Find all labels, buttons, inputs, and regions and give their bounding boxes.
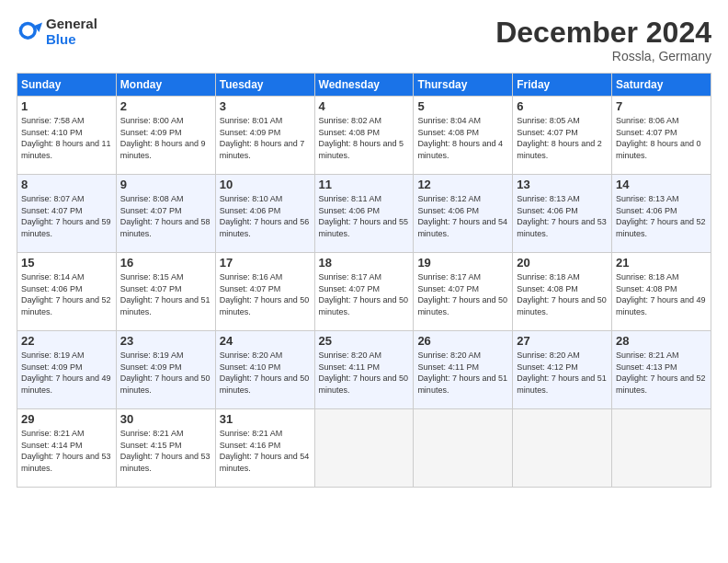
day-number: 30	[120, 412, 211, 426]
day-info: Sunrise: 8:00 AMSunset: 4:09 PMDaylight:…	[120, 115, 211, 161]
day-info: Sunrise: 8:20 AMSunset: 4:11 PMDaylight:…	[319, 350, 410, 396]
day-number: 23	[120, 334, 211, 348]
calendar-cell: 29Sunrise: 8:21 AMSunset: 4:14 PMDayligh…	[17, 409, 117, 488]
day-number: 11	[319, 178, 410, 191]
day-info: Sunrise: 8:04 AMSunset: 4:08 PMDaylight:…	[417, 115, 508, 161]
day-info: Sunrise: 8:12 AMSunset: 4:06 PMDaylight:…	[417, 193, 508, 239]
day-info: Sunrise: 8:20 AMSunset: 4:11 PMDaylight:…	[417, 350, 508, 396]
svg-point-1	[22, 25, 33, 36]
calendar-cell: 13Sunrise: 8:13 AMSunset: 4:06 PMDayligh…	[513, 175, 612, 253]
day-info: Sunrise: 8:17 AMSunset: 4:07 PMDaylight:…	[417, 271, 508, 317]
day-number: 25	[319, 334, 410, 348]
title-block: December 2024 Rossla, Germany	[495, 17, 711, 63]
logo: General Blue	[17, 17, 97, 47]
calendar-cell: 2Sunrise: 8:00 AMSunset: 4:09 PMDaylight…	[116, 97, 215, 175]
calendar-cell: 21Sunrise: 8:18 AMSunset: 4:08 PMDayligh…	[612, 253, 711, 331]
day-info: Sunrise: 7:58 AMSunset: 4:10 PMDaylight:…	[21, 115, 112, 161]
day-number: 16	[120, 256, 211, 270]
calendar-cell: 3Sunrise: 8:01 AMSunset: 4:09 PMDaylight…	[215, 97, 314, 175]
calendar-cell: 27Sunrise: 8:20 AMSunset: 4:12 PMDayligh…	[513, 331, 612, 409]
calendar-cell: 31Sunrise: 8:21 AMSunset: 4:16 PMDayligh…	[215, 409, 314, 488]
day-number: 19	[417, 256, 508, 270]
day-info: Sunrise: 8:21 AMSunset: 4:16 PMDaylight:…	[220, 428, 311, 474]
col-tuesday: Tuesday	[215, 74, 314, 97]
logo-text: General Blue	[46, 17, 97, 47]
col-friday: Friday	[513, 74, 612, 97]
day-number: 2	[120, 99, 211, 113]
header-row: Sunday Monday Tuesday Wednesday Thursday…	[17, 74, 711, 97]
calendar-week-row: 29Sunrise: 8:21 AMSunset: 4:14 PMDayligh…	[17, 409, 711, 488]
col-wednesday: Wednesday	[314, 74, 414, 97]
calendar-cell: 4Sunrise: 8:02 AMSunset: 4:08 PMDaylight…	[314, 97, 414, 175]
day-number: 29	[21, 412, 112, 426]
day-number: 5	[417, 99, 508, 113]
day-number: 26	[417, 334, 508, 348]
day-info: Sunrise: 8:19 AMSunset: 4:09 PMDaylight:…	[21, 350, 112, 396]
day-info: Sunrise: 8:05 AMSunset: 4:07 PMDaylight:…	[517, 115, 608, 161]
day-number: 15	[21, 256, 112, 270]
day-info: Sunrise: 8:02 AMSunset: 4:08 PMDaylight:…	[319, 115, 410, 161]
calendar-week-row: 22Sunrise: 8:19 AMSunset: 4:09 PMDayligh…	[17, 331, 711, 409]
day-number: 9	[120, 178, 211, 191]
calendar-cell: 23Sunrise: 8:19 AMSunset: 4:09 PMDayligh…	[116, 331, 215, 409]
day-info: Sunrise: 8:01 AMSunset: 4:09 PMDaylight:…	[220, 115, 311, 161]
calendar-cell: 17Sunrise: 8:16 AMSunset: 4:07 PMDayligh…	[215, 253, 314, 331]
calendar-cell: 25Sunrise: 8:20 AMSunset: 4:11 PMDayligh…	[314, 331, 414, 409]
calendar-cell: 22Sunrise: 8:19 AMSunset: 4:09 PMDayligh…	[17, 331, 117, 409]
day-info: Sunrise: 8:21 AMSunset: 4:14 PMDaylight:…	[21, 428, 112, 474]
col-saturday: Saturday	[612, 74, 711, 97]
calendar-week-row: 1Sunrise: 7:58 AMSunset: 4:10 PMDaylight…	[17, 97, 711, 175]
day-info: Sunrise: 8:20 AMSunset: 4:12 PMDaylight:…	[517, 350, 608, 396]
day-number: 6	[517, 99, 608, 113]
day-info: Sunrise: 8:20 AMSunset: 4:10 PMDaylight:…	[220, 350, 311, 396]
calendar-week-row: 8Sunrise: 8:07 AMSunset: 4:07 PMDaylight…	[17, 175, 711, 253]
col-sunday: Sunday	[17, 74, 117, 97]
day-number: 31	[220, 412, 311, 426]
day-info: Sunrise: 8:18 AMSunset: 4:08 PMDaylight:…	[616, 271, 707, 317]
day-number: 27	[517, 334, 608, 348]
calendar-cell: 10Sunrise: 8:10 AMSunset: 4:06 PMDayligh…	[215, 175, 314, 253]
logo-general: General	[46, 17, 97, 32]
day-info: Sunrise: 8:10 AMSunset: 4:06 PMDaylight:…	[220, 193, 311, 239]
calendar-cell: 7Sunrise: 8:06 AMSunset: 4:07 PMDaylight…	[612, 97, 711, 175]
day-info: Sunrise: 8:11 AMSunset: 4:06 PMDaylight:…	[319, 193, 410, 239]
calendar-cell: 20Sunrise: 8:18 AMSunset: 4:08 PMDayligh…	[513, 253, 612, 331]
month-title: December 2024	[495, 17, 711, 49]
calendar-cell: 1Sunrise: 7:58 AMSunset: 4:10 PMDaylight…	[17, 97, 117, 175]
day-number: 3	[220, 99, 311, 113]
calendar-cell: 5Sunrise: 8:04 AMSunset: 4:08 PMDaylight…	[414, 97, 513, 175]
calendar-cell: 18Sunrise: 8:17 AMSunset: 4:07 PMDayligh…	[314, 253, 414, 331]
col-thursday: Thursday	[414, 74, 513, 97]
day-info: Sunrise: 8:21 AMSunset: 4:15 PMDaylight:…	[120, 428, 211, 474]
day-info: Sunrise: 8:19 AMSunset: 4:09 PMDaylight:…	[120, 350, 211, 396]
day-number: 20	[517, 256, 608, 270]
day-number: 4	[319, 99, 410, 113]
day-info: Sunrise: 8:17 AMSunset: 4:07 PMDaylight:…	[319, 271, 410, 317]
day-number: 28	[616, 334, 707, 348]
day-number: 8	[21, 178, 112, 191]
calendar-cell	[314, 409, 414, 488]
logo-icon	[17, 19, 42, 45]
calendar-cell: 12Sunrise: 8:12 AMSunset: 4:06 PMDayligh…	[414, 175, 513, 253]
calendar-cell: 8Sunrise: 8:07 AMSunset: 4:07 PMDaylight…	[17, 175, 117, 253]
calendar-week-row: 15Sunrise: 8:14 AMSunset: 4:06 PMDayligh…	[17, 253, 711, 331]
calendar-cell	[513, 409, 612, 488]
calendar-cell: 15Sunrise: 8:14 AMSunset: 4:06 PMDayligh…	[17, 253, 117, 331]
day-number: 7	[616, 99, 707, 113]
location: Rossla, Germany	[495, 49, 711, 63]
calendar-cell: 30Sunrise: 8:21 AMSunset: 4:15 PMDayligh…	[116, 409, 215, 488]
calendar-cell: 11Sunrise: 8:11 AMSunset: 4:06 PMDayligh…	[314, 175, 414, 253]
day-number: 21	[616, 256, 707, 270]
header: General Blue December 2024 Rossla, Germa…	[17, 17, 711, 63]
col-monday: Monday	[116, 74, 215, 97]
day-info: Sunrise: 8:21 AMSunset: 4:13 PMDaylight:…	[616, 350, 707, 396]
day-number: 24	[220, 334, 311, 348]
calendar-cell: 28Sunrise: 8:21 AMSunset: 4:13 PMDayligh…	[612, 331, 711, 409]
day-info: Sunrise: 8:18 AMSunset: 4:08 PMDaylight:…	[517, 271, 608, 317]
day-number: 13	[517, 178, 608, 191]
day-info: Sunrise: 8:13 AMSunset: 4:06 PMDaylight:…	[616, 193, 707, 239]
calendar-cell	[612, 409, 711, 488]
calendar-cell: 14Sunrise: 8:13 AMSunset: 4:06 PMDayligh…	[612, 175, 711, 253]
calendar-cell	[414, 409, 513, 488]
calendar-cell: 16Sunrise: 8:15 AMSunset: 4:07 PMDayligh…	[116, 253, 215, 331]
